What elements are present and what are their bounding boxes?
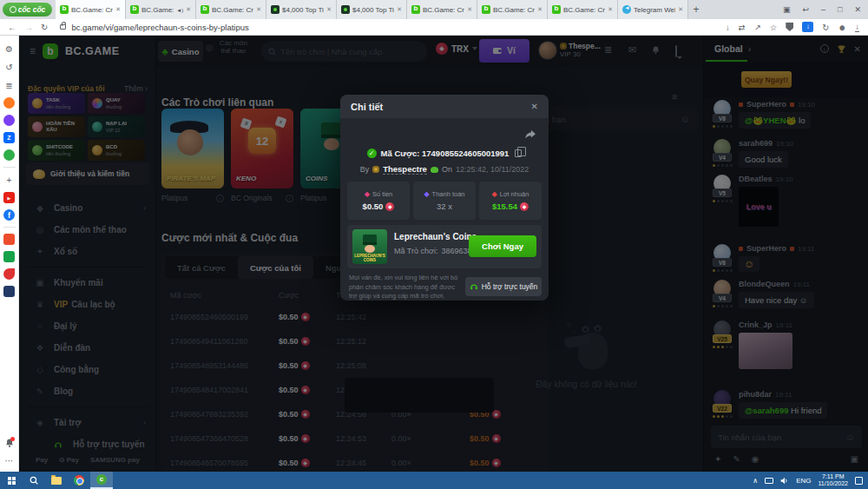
stat-icon: ◆ [424, 190, 429, 198]
tab-favicon-icon [271, 5, 279, 14]
close-window-button[interactable]: ✕ [854, 5, 861, 14]
stat-cell: ◆Thanh toán 32 x [413, 182, 476, 220]
bet-details-modal: Chi tiết ✕ Mã Cược: 1749085524605001991 … [340, 95, 549, 301]
lock-icon[interactable] [60, 24, 66, 30]
back-button[interactable]: ← [8, 23, 16, 32]
new-tab-button[interactable]: + [688, 3, 704, 16]
browser-tab[interactable]: BC.Game: Crypto ✕ [196, 0, 266, 19]
action-center-icon[interactable] [855, 477, 863, 485]
minimize-button[interactable]: – [821, 5, 825, 14]
tab-audio-icon[interactable] [176, 6, 183, 14]
tab-close-icon[interactable]: ✕ [186, 6, 191, 13]
network-icon[interactable] [765, 478, 773, 484]
tab-favicon-icon [130, 5, 139, 14]
frog-badge-icon [431, 167, 438, 173]
volume-icon[interactable] [780, 477, 789, 485]
stat-cell: ◆Số tiền $0.50 [347, 182, 410, 220]
hot-downloads-icon[interactable] [3, 97, 15, 109]
url-text[interactable]: bc.game/vi/game/leprechaun-s-coins-by-pl… [71, 23, 248, 32]
coccoc-taskbar-icon[interactable]: c [90, 472, 113, 489]
play-now-button[interactable]: Chơi Ngay [469, 235, 536, 257]
profile-icon[interactable]: ☻ [838, 23, 846, 32]
browser-tab[interactable]: Telegram Web ✕ [618, 0, 688, 19]
taskbar-search-icon[interactable] [23, 472, 45, 489]
tab-favicon-icon [622, 5, 631, 14]
tab-favicon-icon [411, 5, 420, 14]
tab-label: BC.Game: Crypto [563, 6, 605, 14]
games-icon[interactable] [3, 149, 15, 161]
browser-side-strip: ⚙ ↺ ≣ Z + ▶ f ⋯ [0, 36, 19, 472]
browser-tab[interactable]: BC.Game: Crypto ✕ [56, 0, 126, 19]
sync-icon[interactable]: ↻ [822, 23, 829, 32]
copy-icon[interactable] [515, 149, 522, 157]
app-shortcut-icon[interactable] [3, 268, 15, 280]
download-manager-icon[interactable]: ↓ [802, 22, 813, 32]
browser-tabs: BC.Game: Crypto ✕ BC.Game: Cry ✕ BC.Game… [56, 0, 688, 19]
clock[interactable]: 7:11 PM 11/10/2022 [818, 473, 848, 488]
language-indicator[interactable]: ENG [796, 477, 811, 485]
messenger-icon[interactable] [3, 115, 15, 126]
tab-close-icon[interactable]: ✕ [326, 6, 332, 13]
tab-close-icon[interactable]: ✕ [678, 6, 683, 13]
tab-favicon-icon [201, 5, 209, 14]
app-shortcut-icon[interactable] [3, 251, 15, 262]
bet-datetime: 12:25:42, 10/11/2022 [456, 165, 529, 174]
windows-taskbar: c ∧ ENG 7:11 PM 11/10/2022 [0, 472, 868, 489]
browser-tab[interactable]: $4,000 Top Tier ✕ [266, 0, 337, 19]
tab-close-icon[interactable]: ✕ [467, 6, 472, 13]
maximize-button[interactable]: □ [838, 5, 842, 14]
downloads-tray-icon[interactable]: ↓ [855, 22, 859, 32]
tab-label: $4,000 Top Tier [282, 6, 324, 14]
more-icon[interactable]: ⋯ [3, 454, 16, 466]
history-icon[interactable]: ↺ [3, 61, 16, 73]
share-bet-icon[interactable] [524, 129, 536, 140]
start-button[interactable] [0, 472, 23, 489]
currency-token-icon [520, 202, 529, 211]
reopen-tab-icon[interactable]: ↩ [802, 5, 809, 14]
tab-close-icon[interactable]: ✕ [256, 6, 261, 13]
vip-medal-icon [372, 166, 379, 173]
tab-favicon-icon [60, 5, 69, 14]
file-explorer-icon[interactable] [45, 472, 68, 489]
translate-icon[interactable]: ⇄ [739, 23, 746, 32]
modal-close-icon[interactable]: ✕ [531, 102, 538, 111]
feed-icon[interactable]: ≣ [3, 79, 16, 91]
facebook-icon[interactable]: f [3, 209, 15, 221]
settings-gear-icon[interactable]: ⚙ [3, 43, 16, 55]
tab-close-icon[interactable]: ✕ [115, 6, 121, 13]
browser-tab[interactable]: BC.Game: Crypto ✕ [407, 0, 477, 19]
bet-stats: ◆Số tiền $0.50 ◆Thanh toán 32 x ◆Lợi nhu… [347, 182, 542, 220]
app-shortcut-icon[interactable] [3, 286, 15, 297]
notifications-bell-icon[interactable] [4, 438, 15, 448]
coccoc-menu-button[interactable]: cốc cốc [3, 3, 52, 17]
bookmark-star-icon[interactable]: ☆ [770, 23, 778, 32]
live-support-button[interactable]: Hỗ trợ trực tuyến [465, 277, 542, 296]
app-shortcut-icon[interactable] [3, 234, 15, 245]
browser-tab[interactable]: BC.Game: Crypto ✕ [477, 0, 548, 19]
save-page-icon[interactable]: ↓ [726, 23, 730, 32]
add-shortcut-icon[interactable]: + [3, 174, 16, 186]
divider [3, 167, 16, 168]
tab-label: $4,000 Top Tier [352, 6, 394, 14]
refresh-button[interactable]: ↻ [41, 23, 48, 32]
bet-owner-link[interactable]: Thespectre [383, 164, 427, 175]
tab-favicon-icon [341, 5, 350, 14]
browser-tab[interactable]: $4,000 Top Tier ✕ [337, 0, 407, 19]
forward-button[interactable]: → [24, 23, 33, 32]
tab-close-icon[interactable]: ✕ [397, 6, 402, 13]
tab-close-icon[interactable]: ✕ [537, 6, 542, 13]
adblock-shield-icon[interactable] [786, 23, 793, 31]
zalo-icon[interactable]: Z [3, 132, 15, 143]
tab-close-icon[interactable]: ✕ [608, 6, 613, 13]
verified-check-icon [367, 149, 377, 158]
tab-search-icon[interactable]: ▣ [783, 5, 791, 14]
browser-tab[interactable]: BC.Game: Cry ✕ [126, 0, 196, 19]
coccoc-logo-icon [10, 6, 16, 13]
chrome-icon[interactable] [68, 472, 90, 489]
youtube-icon[interactable]: ▶ [3, 192, 15, 203]
tray-expand-icon[interactable]: ∧ [753, 477, 758, 485]
tab-label: BC.Game: Crypto [493, 6, 535, 14]
share-icon[interactable]: ↗ [754, 23, 761, 32]
game-thumbnail[interactable]: LEPRECHAUN'S COINS [352, 229, 387, 264]
browser-tab[interactable]: BC.Game: Crypto ✕ [548, 0, 618, 19]
